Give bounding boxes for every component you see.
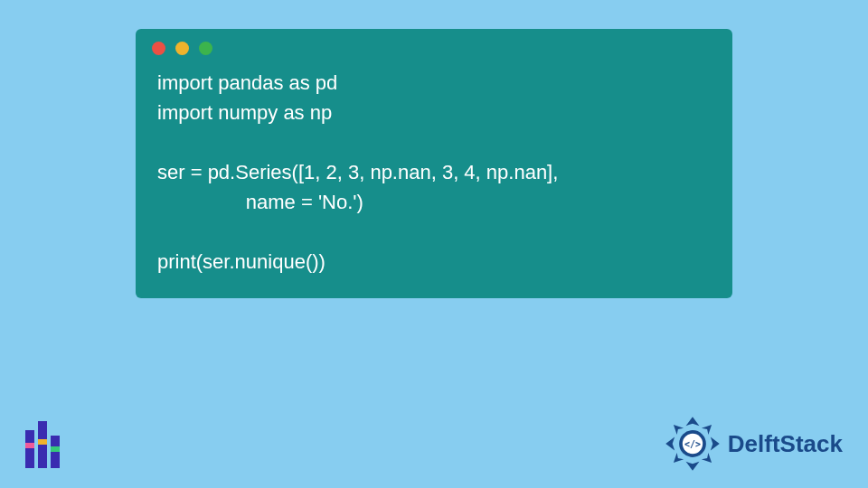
logo-bar xyxy=(25,430,34,468)
svg-text:</>: </> xyxy=(684,439,701,449)
brand-name: DelftStack xyxy=(728,430,843,458)
logo-bar xyxy=(51,436,60,468)
svg-marker-2 xyxy=(665,437,675,451)
pandas-logo-icon xyxy=(25,421,60,468)
code-body: import pandas as pd import numpy as np s… xyxy=(136,61,732,277)
logo-bar xyxy=(38,421,47,468)
svg-marker-5 xyxy=(702,425,712,435)
window-titlebar xyxy=(136,29,732,61)
svg-marker-3 xyxy=(711,437,720,451)
maximize-icon xyxy=(199,42,212,55)
svg-marker-1 xyxy=(685,462,699,471)
code-window: import pandas as pd import numpy as np s… xyxy=(136,29,732,298)
delftstack-logo-icon: </> xyxy=(665,416,721,472)
brand: </> DelftStack xyxy=(665,416,843,472)
svg-marker-4 xyxy=(674,425,684,435)
svg-marker-6 xyxy=(674,453,684,463)
minimize-icon xyxy=(175,42,189,55)
svg-marker-7 xyxy=(702,453,712,463)
svg-marker-0 xyxy=(685,417,699,426)
close-icon xyxy=(152,42,165,55)
